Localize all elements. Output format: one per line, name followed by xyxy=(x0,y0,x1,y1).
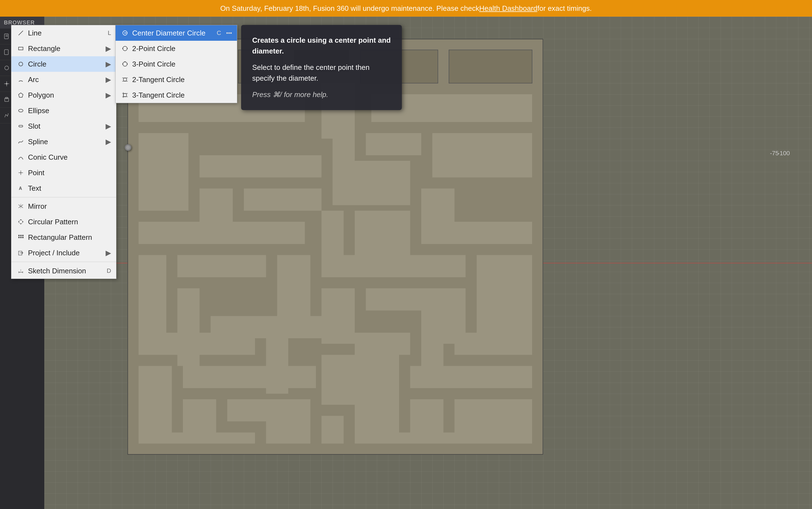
svg-rect-83 xyxy=(22,235,24,236)
project-icon xyxy=(16,248,25,257)
polygon-icon xyxy=(16,91,25,100)
tooltip-shortcut: Press ⌘/ for more help. xyxy=(252,89,391,100)
arc-icon xyxy=(16,75,25,84)
menu-label-sketch-dimension: Sketch Dimension xyxy=(28,267,86,275)
conic-curve-icon xyxy=(16,153,25,162)
submenu-label-3tangent: 3-Tangent Circle xyxy=(132,91,184,100)
svg-rect-82 xyxy=(20,235,22,236)
menu-item-slot[interactable]: Slot ▶ xyxy=(11,118,116,134)
svg-marker-66 xyxy=(19,93,23,97)
menu-label-polygon: Polygon xyxy=(28,91,54,100)
menu-item-polygon[interactable]: Polygon ▶ xyxy=(11,87,116,103)
circle-icon xyxy=(16,60,25,68)
spline-icon xyxy=(16,137,25,146)
menu-item-rectangular-pattern[interactable]: Rectangular Pattern xyxy=(11,230,116,245)
svg-point-102 xyxy=(122,64,123,65)
svg-rect-68 xyxy=(19,125,23,127)
arc-arrow-icon: ▶ xyxy=(106,75,111,84)
notification-text: On Saturday, February 18th, Fusion 360 w… xyxy=(220,4,480,13)
menu-label-slot: Slot xyxy=(28,122,40,131)
menu-item-sketch-dimension[interactable]: Sketch Dimension D xyxy=(11,263,116,279)
origin-icon xyxy=(3,80,10,88)
svg-point-77 xyxy=(20,219,21,220)
menu-item-circle[interactable]: Circle ▶ xyxy=(11,56,116,72)
svg-rect-57 xyxy=(139,433,255,444)
menu-item-text[interactable]: A Text xyxy=(11,180,116,196)
mirror-icon xyxy=(16,202,25,211)
menu-label-line: Line xyxy=(28,29,42,37)
menu-item-ellipse[interactable]: Ellipse xyxy=(11,103,116,118)
svg-rect-20 xyxy=(200,155,321,177)
line-icon xyxy=(16,29,25,37)
svg-rect-59 xyxy=(321,433,344,444)
menu-label-arc: Arc xyxy=(28,75,39,84)
menu-label-rectangle: Rectangle xyxy=(28,44,61,53)
submenu-item-3tangent[interactable]: 3-Tangent Circle xyxy=(115,87,237,103)
point-icon xyxy=(16,168,25,177)
cursor-dot xyxy=(125,144,131,151)
submenu-shortcut-center-diameter: C xyxy=(217,29,221,37)
bodies-icon xyxy=(3,96,10,103)
svg-rect-19 xyxy=(139,133,188,211)
svg-rect-60 xyxy=(355,421,377,444)
svg-rect-15 xyxy=(449,50,532,83)
circle-arrow-icon: ▶ xyxy=(106,60,111,68)
menu-divider-2 xyxy=(11,262,116,262)
ruler-mark-100: -100 xyxy=(778,150,790,157)
svg-rect-50 xyxy=(410,366,532,388)
menu-item-arc[interactable]: Arc ▶ xyxy=(11,72,116,87)
menu-item-circular-pattern[interactable]: Circular Pattern xyxy=(11,214,116,230)
svg-point-65 xyxy=(19,62,23,66)
file-icon xyxy=(3,32,10,40)
health-dashboard-link[interactable]: Health Dashboard xyxy=(479,4,537,13)
svg-rect-3 xyxy=(4,49,8,55)
document-icon xyxy=(3,48,10,56)
svg-rect-52 xyxy=(227,399,310,421)
menu-item-conic-curve[interactable]: Conic Curve xyxy=(11,149,116,165)
svg-rect-42 xyxy=(139,333,255,355)
text-icon: A xyxy=(16,184,25,193)
menu-item-rectangle[interactable]: Rectangle ▶ xyxy=(11,41,116,56)
svg-rect-23 xyxy=(432,133,532,177)
submenu-item-3point[interactable]: 3-Point Circle xyxy=(115,56,237,72)
svg-rect-22 xyxy=(366,133,421,155)
submenu-item-2point[interactable]: 2-Point Circle xyxy=(115,41,237,56)
options-dots-icon[interactable]: ••• xyxy=(226,30,232,36)
svg-text:A: A xyxy=(19,186,22,191)
polygon-arrow-icon: ▶ xyxy=(106,91,111,100)
svg-rect-87 xyxy=(19,251,22,255)
submenu-item-center-diameter[interactable]: Center Diameter Circle C ••• xyxy=(115,25,237,41)
submenu-label-2point: 2-Point Circle xyxy=(132,44,175,53)
menu-label-mirror: Mirror xyxy=(28,202,47,211)
center-diameter-icon xyxy=(120,29,130,37)
two-point-circle-icon xyxy=(120,44,130,53)
svg-rect-32 xyxy=(139,255,166,333)
svg-rect-44 xyxy=(355,333,410,355)
svg-rect-48 xyxy=(183,366,316,388)
menu-item-project-include[interactable]: Project / Include ▶ xyxy=(11,245,116,261)
menu-shortcut-line: L xyxy=(108,29,111,37)
menu-label-ellipse: Ellipse xyxy=(28,106,49,115)
menu-item-point[interactable]: Point xyxy=(11,165,116,180)
tooltip-body: Select to define the center point then s… xyxy=(252,62,391,84)
menu-item-mirror[interactable]: Mirror xyxy=(11,199,116,214)
svg-rect-58 xyxy=(266,421,310,444)
tooltip-title: Creates a circle using a center point an… xyxy=(252,35,391,57)
two-tangent-circle-icon xyxy=(120,75,130,84)
svg-rect-81 xyxy=(18,235,20,236)
svg-point-105 xyxy=(123,78,127,81)
slot-icon xyxy=(16,122,25,131)
context-menu: Line L Rectangle ▶ Circle ▶ Arc ▶ Polygo… xyxy=(11,25,116,279)
svg-rect-33 xyxy=(177,255,266,277)
svg-rect-39 xyxy=(321,288,355,344)
sketches-icon xyxy=(3,111,10,119)
menu-item-line[interactable]: Line L xyxy=(11,25,116,41)
rectangle-icon xyxy=(16,44,25,53)
notification-text-after: for exact timings. xyxy=(537,4,592,13)
submenu-item-2tangent[interactable]: 2-Tangent Circle xyxy=(115,72,237,87)
svg-rect-84 xyxy=(18,237,20,238)
rect-pattern-icon xyxy=(16,233,25,242)
svg-rect-47 xyxy=(139,366,172,444)
svg-point-79 xyxy=(20,223,21,224)
menu-item-spline[interactable]: Spline ▶ xyxy=(11,134,116,149)
